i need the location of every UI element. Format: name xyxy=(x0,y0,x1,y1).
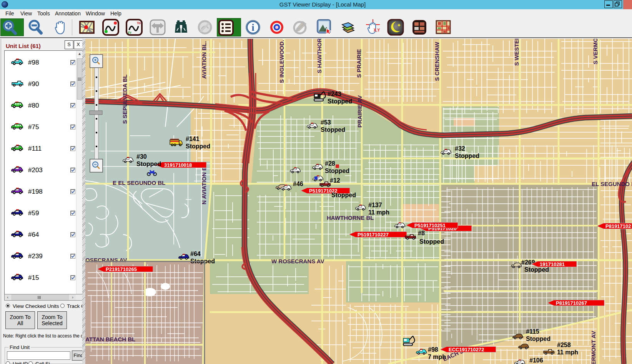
svg-text:ERMONT AV: ERMONT AV xyxy=(590,331,597,364)
svg-text:P5191710227: P5191710227 xyxy=(358,232,389,238)
svg-text:AVIATION BL.: AVIATION BL. xyxy=(201,41,207,79)
svg-text:#28: #28 xyxy=(325,160,335,167)
svg-text:EL SEGUNDO I: EL SEGUNDO I xyxy=(592,181,632,187)
svg-text:X,Y: X,Y xyxy=(374,28,380,32)
svg-text:P2191710265: P2191710265 xyxy=(106,266,137,272)
svg-text:#137: #137 xyxy=(368,202,382,208)
svg-text:S PRAIRIE: S PRAIRIE xyxy=(356,49,362,78)
svg-text:W ROSECRANS AV: W ROSECRANS AV xyxy=(271,258,324,264)
svg-text:N AVIATION BL: N AVIATION BL xyxy=(201,163,207,204)
svg-text:S WESTER: S WESTER xyxy=(513,39,520,66)
svg-text:11 mph: 11 mph xyxy=(368,209,389,216)
svg-text:PRAIRIE AV: PRAIRIE AV xyxy=(356,95,363,128)
svg-text:Stopped: Stopped xyxy=(136,161,161,167)
svg-text:E EL SEGUNDO BL: E EL SEGUNDO BL xyxy=(113,180,165,186)
svg-text:HAWTHORNE BL: HAWTHORNE BL xyxy=(327,214,374,221)
svg-text:Stopped: Stopped xyxy=(186,143,210,150)
svg-text:#106: #106 xyxy=(529,357,543,364)
svg-text:#115: #115 xyxy=(526,328,539,335)
svg-text:S HAWTHOR: S HAWTHOR xyxy=(316,39,323,73)
svg-text:S VERMO: S VERMO xyxy=(592,39,599,65)
svg-text:Stopped: Stopped xyxy=(321,126,345,133)
svg-text:#53: #53 xyxy=(321,119,331,126)
svg-text:#64: #64 xyxy=(190,251,201,257)
svg-text:#141: #141 xyxy=(186,136,200,142)
svg-text:S CRENSHAW: S CRENSHAW xyxy=(434,42,440,81)
svg-text:#12: #12 xyxy=(330,177,340,184)
svg-text:#46: #46 xyxy=(293,181,303,187)
svg-text:3191710018: 3191710018 xyxy=(164,162,192,168)
svg-text:#8: #8 xyxy=(418,230,425,236)
svg-text:P8191710267: P8191710267 xyxy=(556,300,587,306)
svg-text:#98: #98 xyxy=(428,346,438,353)
svg-text:Fr: Fr xyxy=(128,31,131,35)
svg-text:Stopped: Stopped xyxy=(328,98,352,105)
svg-text:11 mph: 11 mph xyxy=(557,349,578,356)
svg-text:#30: #30 xyxy=(136,153,147,160)
svg-text:ATTAN BEACH BL: ATTAN BEACH BL xyxy=(85,336,135,342)
svg-text:Stopped: Stopped xyxy=(526,336,551,342)
svg-text:#32: #32 xyxy=(455,145,465,152)
svg-text:Stopped: Stopped xyxy=(331,192,356,198)
svg-text:Stopped: Stopped xyxy=(524,266,549,273)
svg-text:S SEPULVEDA BL: S SEPULVEDA BL xyxy=(121,75,128,124)
svg-text:To: To xyxy=(137,21,141,25)
svg-text:S INGLEWOOD.: S INGLEWOOD. xyxy=(278,40,285,83)
svg-text:Stopped: Stopped xyxy=(325,168,349,174)
svg-text:OSECRANS AV: OSECRANS AV xyxy=(85,257,127,263)
svg-text:#258: #258 xyxy=(557,342,571,348)
svg-text:P81917102: P81917102 xyxy=(605,223,631,229)
svg-text:Stopped: Stopped xyxy=(419,238,444,245)
svg-text:Stopped: Stopped xyxy=(455,153,479,159)
svg-text:#243: #243 xyxy=(328,91,341,97)
svg-text:P5191710251: P5191710251 xyxy=(414,223,446,228)
svg-text:i: i xyxy=(252,22,254,33)
svg-text:7 mph: 7 mph xyxy=(428,354,446,360)
svg-text:ECC191710272: ECC191710272 xyxy=(449,347,484,352)
